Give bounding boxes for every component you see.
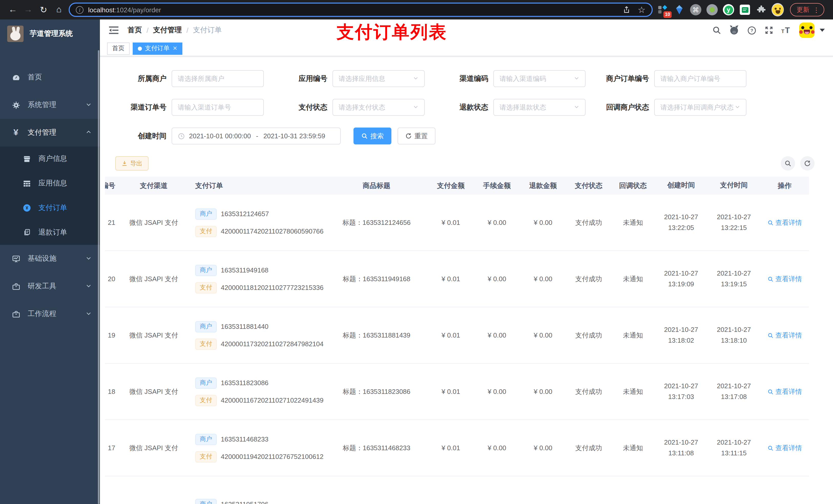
pay-tag: 支付 xyxy=(195,282,217,293)
help-icon[interactable]: ? xyxy=(746,25,757,36)
browser-home-icon[interactable]: ⌂ xyxy=(51,5,67,15)
browser-reload-icon[interactable]: ↻ xyxy=(36,4,51,15)
fullscreen-icon[interactable] xyxy=(763,25,775,36)
browser-forward-icon[interactable]: → xyxy=(21,5,36,15)
app-logo[interactable]: 芋道管理系统 xyxy=(0,20,100,48)
sidebar-item-label: 支付管理 xyxy=(28,128,86,137)
browser-update-button[interactable]: 更新 ⋮ xyxy=(790,3,824,16)
sidebar-item-label: 应用信息 xyxy=(39,179,67,188)
site-info-icon[interactable]: i xyxy=(76,6,84,14)
avatar-caret-icon[interactable] xyxy=(820,29,825,32)
browser-back-icon[interactable]: ← xyxy=(5,5,21,15)
tag-home[interactable]: 首页 xyxy=(107,42,129,54)
cell-pay-status: 支付成功 xyxy=(566,364,611,419)
svg-text:?: ? xyxy=(750,28,753,33)
pay-order-no: 4200001167202110271022491439 xyxy=(221,397,324,404)
breadcrumb-payment[interactable]: 支付管理 xyxy=(153,26,182,35)
orders-table: 编号 支付渠道 支付订单 商品标题 支付金额 手续金额 退款金额 支付状态 回调… xyxy=(105,177,828,504)
sidebar-item-merchant-info[interactable]: 商户信息 xyxy=(0,146,100,171)
cell-pay-order: 商户1635312124657 支付4200001174202110278060… xyxy=(192,195,325,250)
header-search-icon[interactable] xyxy=(711,25,722,36)
notify-status-select[interactable]: 请选择订单回调商户状态 xyxy=(654,99,746,116)
chevron-down-icon xyxy=(413,103,419,111)
export-button[interactable]: 导出 xyxy=(115,156,148,171)
channel-code-select[interactable]: 请输入渠道编码 xyxy=(493,70,586,87)
sidebar-item-infra[interactable]: 基础设施 xyxy=(0,245,100,272)
cell-no: 21 xyxy=(105,195,115,250)
view-detail-link[interactable]: 查看详情 xyxy=(767,387,802,396)
view-detail-link[interactable]: 查看详情 xyxy=(767,443,802,453)
date-range-input[interactable]: 2021-10-01 00:00:00 - 2021-10-31 23:59:5… xyxy=(172,127,341,144)
sidebar-item-refund-order[interactable]: 退款订单 xyxy=(0,220,100,245)
merchant-order-no: 1635311823086 xyxy=(221,379,268,387)
pay-status-select[interactable]: 请选择支付状态 xyxy=(332,99,425,116)
sidebar-item-dev-tools[interactable]: 研发工具 xyxy=(0,272,100,300)
cell-amount: ¥ 0.01 xyxy=(428,364,474,419)
extensions-puzzle-icon[interactable] xyxy=(755,4,767,16)
view-detail-link[interactable]: 查看详情 xyxy=(767,218,802,227)
refund-status-select[interactable]: 请选择退款状态 xyxy=(493,99,586,116)
breadcrumb-home[interactable]: 首页 xyxy=(127,26,142,35)
merchant-filter-input[interactable] xyxy=(172,70,264,87)
extension-gem-icon[interactable] xyxy=(673,4,686,16)
reset-button[interactable]: 重置 xyxy=(398,127,435,144)
tags-view-bar: 首页 支付订单 ✕ xyxy=(100,41,833,56)
sidebar-item-pay-order[interactable]: ¥ 支付订单 xyxy=(0,196,100,220)
cell-title: 标题：1635311468233 xyxy=(325,420,428,476)
refresh-table-icon[interactable] xyxy=(800,156,814,171)
cell-refund: ¥ 0.00 xyxy=(520,307,566,363)
cell-fee: ¥ 0.00 xyxy=(474,420,520,476)
extension-y-icon[interactable]: y xyxy=(722,4,735,16)
cell-action: 查看详情 xyxy=(760,195,809,250)
view-detail-link[interactable]: 查看详情 xyxy=(767,274,802,284)
cell-no xyxy=(105,476,115,504)
extension-record-icon[interactable] xyxy=(706,4,718,16)
cell-title: 标题：1635311881439 xyxy=(325,307,428,363)
toggle-search-icon[interactable] xyxy=(781,156,795,171)
merchant-tag: 商户 xyxy=(195,208,217,219)
profile-emoji-icon[interactable] xyxy=(771,4,784,16)
kebab-menu-icon[interactable]: ⋮ xyxy=(813,6,820,14)
cell-create-time: 2021-10-2713:22:05 xyxy=(655,195,708,250)
table-row: 21 微信 JSAPI 支付 商户1635312124657 支付4200001… xyxy=(105,195,809,251)
app-id-select[interactable]: 请选择应用信息 xyxy=(332,70,425,87)
sidebar-menu: 首页 系统管理 ¥ 支付管理 xyxy=(0,64,100,328)
merchant-tag: 商户 xyxy=(195,321,217,332)
merchant-tag: 商户 xyxy=(195,499,217,504)
bookmark-star-icon[interactable]: ☆ xyxy=(638,4,646,15)
cell-fee: ¥ 0.00 xyxy=(474,364,520,419)
sidebar-item-workflow[interactable]: 工作流程 xyxy=(0,300,100,328)
page-content: 所属商户 应用编号 请选择应用信息 渠道编码 请输入渠道编码 xyxy=(100,56,833,504)
cell-pay-status: 支付成功 xyxy=(566,307,611,363)
sidebar-item-app-info[interactable]: 应用信息 xyxy=(0,171,100,196)
tag-pay-order[interactable]: 支付订单 ✕ xyxy=(133,42,182,54)
sidebar-item-home[interactable]: 首页 xyxy=(0,64,100,91)
share-icon[interactable] xyxy=(622,6,630,14)
extension-command-icon[interactable]: ⌘ xyxy=(690,4,702,16)
cell-title: 标题：1635312124656 xyxy=(325,195,428,250)
extension-tabs-icon[interactable]: 10 xyxy=(657,4,669,16)
user-avatar[interactable] xyxy=(799,23,814,38)
pay-order-no: 4200001194202110276752100612 xyxy=(221,453,324,460)
date-separator: - xyxy=(256,132,258,140)
extension-badge: 10 xyxy=(663,11,672,18)
font-size-icon[interactable]: TT xyxy=(781,25,792,36)
tag-close-icon[interactable]: ✕ xyxy=(173,45,177,52)
sidebar-item-system[interactable]: 系统管理 xyxy=(0,91,100,119)
pay-tag: 支付 xyxy=(195,338,217,350)
sidebar-item-payment[interactable]: ¥ 支付管理 xyxy=(0,119,100,146)
github-icon[interactable] xyxy=(729,25,740,36)
gear-icon xyxy=(11,100,21,110)
cell-amount: ¥ 0.01 xyxy=(428,420,474,476)
channel-order-no-input[interactable] xyxy=(172,99,264,116)
date-end: 2021-10-31 23:59:59 xyxy=(263,132,325,140)
view-detail-link[interactable]: 查看详情 xyxy=(767,331,802,340)
cell-create-time: 2021-10-2713:17:03 xyxy=(655,364,708,419)
extension-chat-icon[interactable] xyxy=(739,4,751,16)
pay-tag: 支付 xyxy=(195,451,217,462)
sidebar-scrollbar[interactable] xyxy=(98,50,99,504)
url-bar[interactable]: i localhost:1024/pay/order ☆ xyxy=(69,3,653,17)
search-button[interactable]: 搜索 xyxy=(354,127,391,144)
merchant-order-no-input[interactable] xyxy=(654,70,746,87)
sidebar-collapse-icon[interactable] xyxy=(108,25,119,36)
